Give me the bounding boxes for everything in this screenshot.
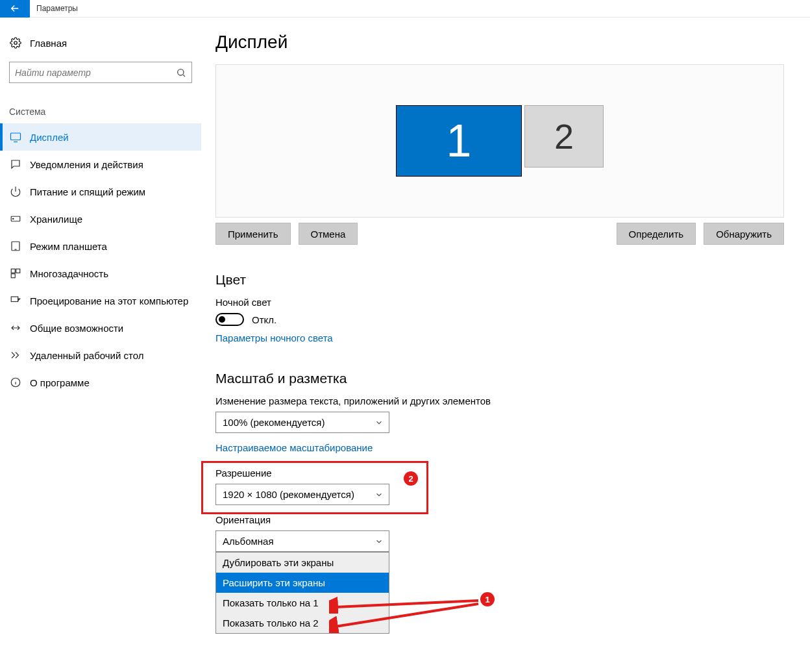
- multi-display-dropdown[interactable]: Дублировать эти экраны Расширить эти экр…: [215, 552, 389, 634]
- project-icon: [9, 295, 22, 306]
- dd-item-duplicate[interactable]: Дублировать эти экраны: [216, 553, 389, 573]
- sidebar-item-label: Режим планшета: [30, 241, 107, 252]
- dd-item-extend[interactable]: Расширить эти экраны: [216, 573, 389, 593]
- chevron-down-icon: [374, 490, 384, 499]
- section-scale: Масштаб и разметка: [215, 371, 784, 386]
- sidebar-item-label: Проецирование на этот компьютер: [30, 295, 188, 306]
- display-arrangement-canvas[interactable]: 1 2: [215, 64, 784, 218]
- display-icon: [9, 131, 22, 143]
- search-icon: [176, 68, 186, 78]
- storage-icon: [9, 213, 22, 225]
- title-bar: Параметры: [0, 0, 810, 18]
- sidebar: Главная Система Дисплей Уведомления и де…: [0, 18, 201, 672]
- apply-button[interactable]: Применить: [215, 223, 291, 245]
- toggle-state-label: Откл.: [252, 314, 276, 325]
- sidebar-item-power[interactable]: Питание и спящий режим: [0, 178, 201, 205]
- sidebar-item-label: Дисплей: [30, 132, 69, 143]
- monitor-2[interactable]: 2: [524, 105, 604, 168]
- sidebar-item-share[interactable]: Общие возможности: [0, 314, 201, 342]
- sidebar-item-multitask[interactable]: Многозадачность: [0, 260, 201, 287]
- annotation-badge-1: 1: [480, 592, 495, 606]
- identify-button[interactable]: Определить: [617, 223, 696, 245]
- resolution-combo[interactable]: 1920 × 1080 (рекомендуется): [215, 484, 389, 505]
- back-button[interactable]: [0, 0, 30, 18]
- section-color: Цвет: [215, 272, 784, 288]
- sidebar-item-label: Удаленный рабочий стол: [30, 350, 143, 361]
- detect-button[interactable]: Обнаружить: [704, 223, 784, 245]
- main-content: Дисплей 1 2 Применить Отмена Определить …: [215, 18, 810, 672]
- resolution-value: 1920 × 1080 (рекомендуется): [223, 489, 354, 500]
- orientation-value: Альбомная: [223, 536, 274, 547]
- svg-rect-8: [11, 274, 15, 278]
- sidebar-item-display[interactable]: Дисплей: [0, 123, 201, 151]
- sidebar-item-label: О программе: [30, 377, 90, 388]
- page-title: Дисплей: [215, 32, 784, 53]
- sidebar-item-label: Хранилище: [30, 214, 82, 225]
- sidebar-item-storage[interactable]: Хранилище: [0, 205, 201, 232]
- chevron-down-icon: [374, 537, 384, 546]
- scale-combo[interactable]: 100% (рекомендуется): [215, 412, 389, 433]
- power-icon: [9, 186, 22, 197]
- scale-value: 100% (рекомендуется): [223, 417, 325, 428]
- orientation-combo[interactable]: Альбомная: [215, 530, 389, 552]
- sidebar-section-label: Система: [0, 88, 201, 123]
- sidebar-item-about[interactable]: О программе: [0, 369, 201, 396]
- svg-point-1: [178, 69, 184, 75]
- multitask-icon: [9, 268, 22, 279]
- sidebar-item-remote[interactable]: Удаленный рабочий стол: [0, 342, 201, 369]
- sidebar-item-notifications[interactable]: Уведомления и действия: [0, 151, 201, 178]
- notification-icon: [9, 158, 22, 170]
- sidebar-item-project[interactable]: Проецирование на этот компьютер: [0, 287, 201, 314]
- sidebar-item-label: Уведомления и действия: [30, 159, 143, 170]
- nightlight-label: Ночной свет: [215, 297, 784, 308]
- sidebar-home-label: Главная: [30, 38, 67, 49]
- sidebar-item-label: Питание и спящий режим: [30, 186, 145, 197]
- tablet-icon: [9, 240, 22, 252]
- dd-item-show2[interactable]: Показать только на 2: [216, 613, 389, 633]
- svg-rect-2: [11, 133, 21, 140]
- custom-scaling-link[interactable]: Настраиваемое масштабирование: [215, 442, 373, 453]
- svg-rect-9: [11, 297, 18, 302]
- scale-label: Изменение размера текста, приложений и д…: [215, 395, 784, 406]
- share-icon: [9, 322, 22, 334]
- sidebar-item-label: Многозадачность: [30, 268, 108, 279]
- sidebar-item-label: Общие возможности: [30, 323, 123, 334]
- svg-rect-6: [11, 269, 15, 273]
- arrow-left-icon: [9, 3, 21, 14]
- sidebar-item-tablet[interactable]: Режим планшета: [0, 232, 201, 260]
- remote-icon: [9, 349, 22, 361]
- search-field[interactable]: [15, 68, 176, 78]
- dd-item-show1[interactable]: Показать только на 1: [216, 593, 389, 613]
- orientation-label: Ориентация: [215, 514, 784, 525]
- window-title: Параметры: [36, 4, 78, 13]
- about-icon: [9, 377, 22, 388]
- svg-point-0: [14, 42, 18, 45]
- svg-point-4: [13, 218, 14, 219]
- sidebar-home[interactable]: Главная: [0, 29, 201, 56]
- chevron-down-icon: [374, 418, 384, 427]
- nightlight-settings-link[interactable]: Параметры ночного света: [215, 332, 333, 343]
- gear-icon: [9, 37, 22, 49]
- annotation-badge-2: 2: [404, 471, 418, 486]
- nightlight-toggle[interactable]: [215, 313, 244, 326]
- monitor-1[interactable]: 1: [396, 105, 522, 177]
- svg-rect-7: [16, 269, 20, 273]
- cancel-button[interactable]: Отмена: [299, 223, 358, 245]
- resolution-label: Разрешение: [215, 467, 784, 479]
- search-input[interactable]: [9, 62, 192, 83]
